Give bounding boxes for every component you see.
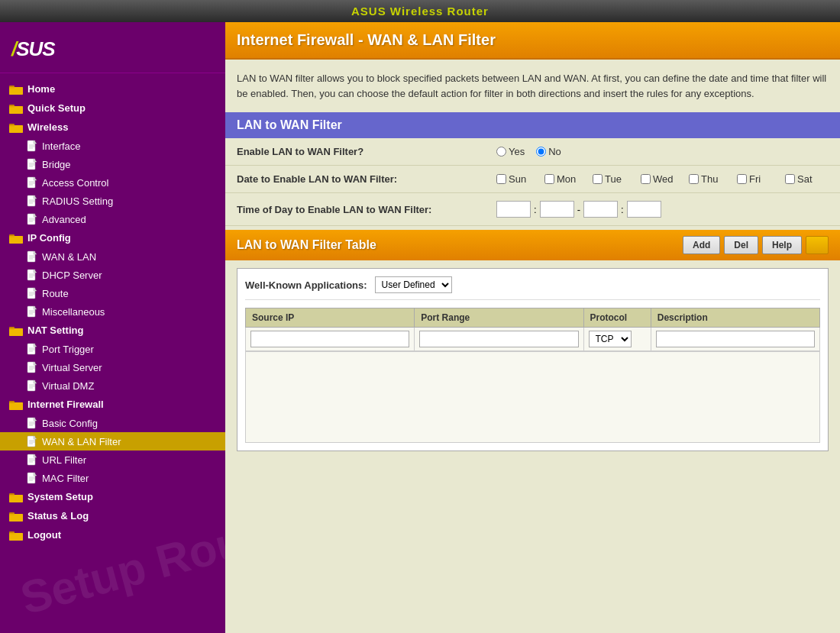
time-filter-controls: : - : bbox=[496, 201, 661, 218]
description-input[interactable] bbox=[656, 331, 815, 347]
sidebar-item-status-log[interactable]: Status & Log bbox=[0, 506, 225, 525]
sidebar-item-port-trigger[interactable]: Port Trigger bbox=[0, 340, 225, 358]
no-radio-label[interactable]: No bbox=[536, 146, 561, 157]
logo-area: /SUS bbox=[0, 30, 225, 73]
sat-checkbox[interactable] bbox=[785, 174, 795, 184]
no-radio[interactable] bbox=[536, 147, 546, 157]
lan-to-wan-title: LAN to WAN Filter bbox=[237, 118, 342, 131]
add-button[interactable]: Add bbox=[683, 236, 720, 254]
thu-label[interactable]: Thu bbox=[689, 173, 731, 185]
sidebar: /SUS Home Quick Setup Wireless Interface bbox=[0, 22, 225, 633]
mon-checkbox[interactable] bbox=[544, 174, 554, 184]
doc-icon-virtual-dmz bbox=[27, 379, 37, 392]
time-from-min[interactable] bbox=[540, 201, 574, 218]
enable-filter-label: Enable LAN to WAN Filter? bbox=[237, 146, 496, 157]
description-cell bbox=[651, 328, 819, 351]
sat-label[interactable]: Sat bbox=[785, 173, 827, 185]
doc-icon-dhcp-server bbox=[27, 269, 37, 281]
form-area: Enable LAN to WAN Filter? Yes No Date to… bbox=[225, 138, 840, 226]
sidebar-item-virtual-server[interactable]: Virtual Server bbox=[0, 358, 225, 376]
sidebar-label-system-setup: System Setup bbox=[27, 491, 93, 502]
sidebar-item-radius-setting[interactable]: RADIUS Setting bbox=[0, 192, 225, 210]
sidebar-item-nat-setting[interactable]: NAT Setting bbox=[0, 321, 225, 340]
extra-button[interactable] bbox=[806, 236, 829, 254]
yes-radio[interactable] bbox=[496, 147, 506, 157]
source-ip-input[interactable] bbox=[250, 331, 409, 347]
svg-rect-8 bbox=[9, 125, 23, 133]
sun-checkbox[interactable] bbox=[496, 174, 506, 184]
sidebar-label-route: Route bbox=[42, 288, 69, 299]
lan-to-wan-header: LAN to WAN Filter bbox=[225, 112, 840, 138]
port-range-input[interactable] bbox=[419, 331, 578, 347]
doc-icon-wan-lan-filter bbox=[27, 435, 37, 447]
sidebar-item-access-control[interactable]: Access Control bbox=[0, 173, 225, 192]
doc-icon-url-filter bbox=[27, 454, 37, 466]
date-filter-row: Date to Enable LAN to WAN Filter: Sun Mo… bbox=[225, 166, 840, 193]
help-button[interactable]: Help bbox=[762, 236, 802, 254]
well-known-select[interactable]: User Defined HTTP FTP SMTP POP3 bbox=[375, 276, 452, 293]
sidebar-item-url-filter[interactable]: URL Filter bbox=[0, 451, 225, 469]
mon-label[interactable]: Mon bbox=[544, 173, 586, 185]
sidebar-item-virtual-dmz[interactable]: Virtual DMZ bbox=[0, 376, 225, 395]
sidebar-item-interface[interactable]: Interface bbox=[0, 137, 225, 155]
time-to-min[interactable] bbox=[627, 201, 661, 218]
protocol-select[interactable]: TCP UDP Both bbox=[589, 331, 632, 347]
sidebar-item-logout[interactable]: Logout bbox=[0, 525, 225, 544]
doc-icon-virtual-server bbox=[27, 361, 37, 373]
col-port-range: Port Range bbox=[415, 308, 583, 328]
protocol-select-wrapper: TCP UDP Both bbox=[589, 331, 646, 347]
doc-icon-miscellaneous bbox=[27, 305, 37, 318]
svg-rect-90 bbox=[9, 533, 23, 541]
del-button[interactable]: Del bbox=[724, 236, 758, 254]
filter-data-table: Source IP Port Range Protocol Descriptio… bbox=[245, 308, 820, 351]
well-known-label: Well-Known Applications: bbox=[245, 279, 367, 291]
folder-icon-system-setup bbox=[9, 492, 23, 502]
sidebar-item-quick-setup[interactable]: Quick Setup bbox=[0, 99, 225, 118]
title-text: ASUS Wireless Router bbox=[351, 5, 489, 18]
sidebar-item-miscellaneous[interactable]: Miscellaneous bbox=[0, 302, 225, 321]
days-row-2: Thu Fri Sat bbox=[689, 173, 827, 185]
yes-radio-label[interactable]: Yes bbox=[496, 146, 525, 157]
sidebar-item-internet-firewall[interactable]: Internet Firewall bbox=[0, 395, 225, 414]
sun-label[interactable]: Sun bbox=[496, 173, 538, 185]
time-to-hour[interactable] bbox=[583, 201, 618, 218]
fri-checkbox[interactable] bbox=[737, 174, 747, 184]
tue-checkbox[interactable] bbox=[593, 174, 603, 184]
sidebar-item-system-setup[interactable]: System Setup bbox=[0, 487, 225, 506]
fri-label[interactable]: Fri bbox=[737, 173, 779, 185]
port-range-cell bbox=[415, 328, 583, 351]
title-bar: ASUS Wireless Router bbox=[0, 0, 840, 22]
sidebar-item-wireless[interactable]: Wireless bbox=[0, 118, 225, 137]
svg-rect-84 bbox=[9, 495, 23, 502]
wed-label[interactable]: Wed bbox=[641, 173, 683, 185]
sidebar-label-wireless: Wireless bbox=[27, 121, 68, 133]
sidebar-item-ip-config[interactable]: IP Config bbox=[0, 228, 225, 247]
filter-table-section: LAN to WAN Filter Table Add Del Help Wel… bbox=[225, 230, 840, 459]
folder-icon-logout bbox=[9, 530, 23, 541]
sidebar-label-nat-setting: NAT Setting bbox=[27, 325, 83, 336]
protocol-cell: TCP UDP Both bbox=[583, 328, 651, 351]
description-text: LAN to WAN filter allows you to block sp… bbox=[237, 73, 826, 99]
well-known-row: Well-Known Applications: User Defined HT… bbox=[245, 276, 820, 300]
time-from-hour[interactable] bbox=[496, 201, 531, 218]
tue-label[interactable]: Tue bbox=[593, 173, 635, 185]
doc-icon-interface bbox=[27, 140, 37, 152]
sidebar-item-bridge[interactable]: Bridge bbox=[0, 155, 225, 173]
sidebar-item-basic-config[interactable]: Basic Config bbox=[0, 414, 225, 432]
sidebar-item-advanced[interactable]: Advanced bbox=[0, 210, 225, 228]
time-filter-row: Time of Day to Enable LAN to WAN Filter:… bbox=[225, 193, 840, 226]
description-area: LAN to WAN filter allows you to block sp… bbox=[225, 60, 840, 112]
sidebar-item-wan-lan[interactable]: WAN & LAN bbox=[0, 247, 225, 266]
wed-checkbox[interactable] bbox=[641, 174, 651, 184]
sidebar-label-port-trigger: Port Trigger bbox=[42, 344, 94, 355]
sidebar-item-wan-lan-filter[interactable]: WAN & LAN Filter bbox=[0, 432, 225, 451]
page-header: Internet Firewall - WAN & LAN Filter bbox=[225, 22, 840, 60]
nav-items: Home Quick Setup Wireless Interface Brid… bbox=[0, 79, 225, 544]
sidebar-item-route[interactable]: Route bbox=[0, 284, 225, 302]
thu-checkbox[interactable] bbox=[689, 174, 699, 184]
sidebar-item-home[interactable]: Home bbox=[0, 79, 225, 99]
filter-table-buttons: Add Del Help bbox=[683, 236, 829, 254]
sidebar-item-mac-filter[interactable]: MAC Filter bbox=[0, 469, 225, 487]
time-filter-label: Time of Day to Enable LAN to WAN Filter: bbox=[237, 204, 496, 215]
sidebar-item-dhcp-server[interactable]: DHCP Server bbox=[0, 266, 225, 284]
